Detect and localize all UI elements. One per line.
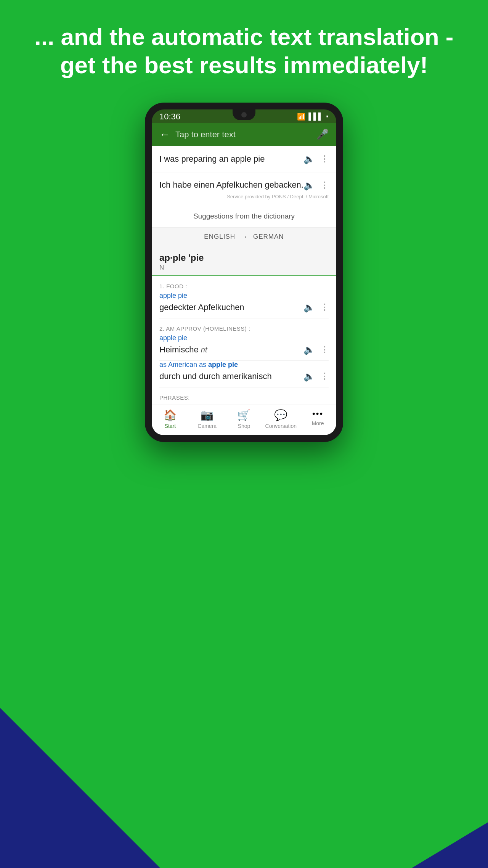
def-category-1: 1. FOOD : — [159, 276, 329, 292]
start-label: Start — [165, 423, 176, 429]
def-3-icons: 🔈 ⋮ — [303, 371, 329, 382]
source-row-icons: 🔈 ⋮ — [303, 154, 329, 164]
translated-more-icon[interactable]: ⋮ — [320, 180, 329, 190]
def-source-2: apple pie — [159, 334, 329, 342]
def-translation-3: durch und durch amerikanisch — [159, 371, 303, 381]
definitions: 1. FOOD : apple pie gedeckter Apfelkuche… — [152, 276, 336, 387]
status-icons: 📶 ▌▌▌ ▪ — [297, 113, 329, 121]
app-bar: ← Tap to enter text 🎤 — [152, 123, 336, 146]
start-icon: 🏠 — [164, 409, 177, 421]
def-2-more-icon[interactable]: ⋮ — [320, 345, 329, 355]
def-source-3: as American as apple pie — [159, 361, 329, 369]
camera-icon: 📷 — [201, 409, 214, 421]
def-1-more-icon[interactable]: ⋮ — [320, 302, 329, 312]
def-2-speaker-icon[interactable]: 🔈 — [303, 344, 315, 355]
nav-item-conversation[interactable]: 💬 Conversation — [262, 409, 299, 429]
more-label: More — [312, 420, 324, 426]
word-pos: N — [159, 264, 329, 272]
bottom-nav: 🏠 Start 📷 Camera 🛒 Shop 💬 Conversation •… — [152, 405, 336, 435]
status-bar: 10:36 📶 ▌▌▌ ▪ — [152, 109, 336, 123]
source-speaker-icon[interactable]: 🔈 — [303, 154, 315, 164]
lang-from: ENGLISH — [204, 233, 235, 241]
header-text: ... and the automatic text translation -… — [0, 0, 488, 95]
def-row-1: gedeckter Apfelkuchen 🔈 ⋮ — [159, 300, 329, 318]
def-1-icons: 🔈 ⋮ — [303, 302, 329, 313]
source-more-icon[interactable]: ⋮ — [320, 154, 329, 164]
shop-icon: 🛒 — [237, 409, 250, 421]
nav-item-shop[interactable]: 🛒 Shop — [226, 409, 263, 429]
def-translation-2: Heimische nt — [159, 345, 303, 355]
language-direction: ENGLISH → GERMAN — [152, 228, 336, 246]
translation-area: I was preparing an apple pie 🔈 ⋮ Ich hab… — [152, 146, 336, 205]
battery-icon: ▪ — [326, 113, 329, 121]
conversation-icon: 💬 — [274, 409, 287, 421]
source-text: I was preparing an apple pie — [159, 154, 303, 164]
source-text-row: I was preparing an apple pie 🔈 ⋮ — [152, 146, 336, 172]
service-info: Service provided by PONS / DeepL / Micro… — [152, 193, 336, 205]
word-main: ap·ple 'pie — [159, 252, 329, 263]
phone-screen: ← Tap to enter text 🎤 I was preparing an… — [152, 123, 336, 435]
phone-body: 10:36 📶 ▌▌▌ ▪ ← Tap to enter text 🎤 — [145, 103, 343, 442]
def-3-more-icon[interactable]: ⋮ — [320, 371, 329, 381]
conversation-label: Conversation — [265, 423, 297, 429]
nav-item-more[interactable]: ••• More — [299, 409, 336, 429]
translated-row-icons: 🔈 ⋮ — [303, 180, 329, 191]
def-row-2: Heimische nt 🔈 ⋮ — [159, 342, 329, 361]
nav-item-start[interactable]: 🏠 Start — [152, 409, 189, 429]
def-2-icons: 🔈 ⋮ — [303, 344, 329, 355]
def-translation-1: gedeckter Apfelkuchen — [159, 302, 303, 312]
lang-to: GERMAN — [253, 233, 284, 241]
text-input-placeholder[interactable]: Tap to enter text — [175, 130, 311, 140]
wifi-icon: 📶 — [297, 113, 305, 121]
def-category-2: 2. AM APPROV (HOMELINESS) : — [159, 318, 329, 334]
phone-mockup: 10:36 📶 ▌▌▌ ▪ ← Tap to enter text 🎤 — [0, 103, 488, 442]
camera-label: Camera — [197, 423, 217, 429]
more-icon: ••• — [312, 409, 323, 419]
front-camera — [241, 112, 247, 117]
signal-icon: ▌▌▌ — [308, 113, 323, 121]
translated-text: Ich habe einen Apfelkuchen gebacken. — [159, 180, 303, 190]
bg-decoration-right — [412, 754, 488, 868]
status-time: 10:36 — [159, 112, 180, 122]
phrases-header: PHRASES: — [152, 387, 336, 405]
back-button[interactable]: ← — [159, 129, 170, 141]
mic-button[interactable]: 🎤 — [316, 129, 329, 140]
def-row-3: durch und durch amerikanisch 🔈 ⋮ — [159, 369, 329, 387]
phone-notch — [233, 109, 255, 120]
shop-label: Shop — [238, 423, 250, 429]
def-3-speaker-icon[interactable]: 🔈 — [303, 371, 315, 382]
dictionary-header: Suggestions from the dictionary — [152, 205, 336, 228]
word-entry: ap·ple 'pie N — [152, 246, 336, 276]
lang-arrow: → — [241, 233, 248, 241]
translated-text-row: Ich habe einen Apfelkuchen gebacken. 🔈 ⋮ — [152, 172, 336, 193]
def-1-speaker-icon[interactable]: 🔈 — [303, 302, 315, 313]
def-source-1: apple pie — [159, 292, 329, 300]
bg-decoration-left — [0, 601, 160, 868]
translated-speaker-icon[interactable]: 🔈 — [303, 180, 315, 191]
dictionary-section: Suggestions from the dictionary ENGLISH … — [152, 205, 336, 405]
nav-item-camera[interactable]: 📷 Camera — [189, 409, 226, 429]
